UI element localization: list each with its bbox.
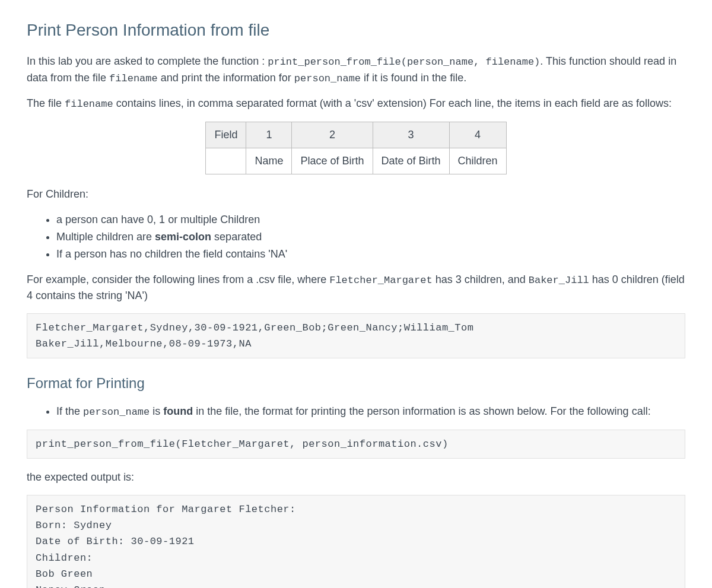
table-cell: Date of Birth	[373, 148, 449, 174]
table-cell: Field	[206, 122, 246, 148]
function-call-block: print_person_from_file(Fletcher_Margaret…	[27, 430, 685, 459]
person-name-code: person_name	[294, 73, 361, 84]
field-table: Field 1 2 3 4 Name Place of Birth Date o…	[205, 122, 506, 174]
list-item: a person can have 0, 1 or multiple Child…	[56, 212, 685, 228]
text: separated	[211, 231, 262, 243]
text: If the	[56, 405, 83, 417]
table-cell: Name	[246, 148, 292, 174]
page-title: Print Person Information from file	[27, 18, 685, 43]
text: if it is found in the file.	[361, 72, 466, 84]
text: For example, consider the following line…	[27, 274, 329, 285]
list-item: If the person_name is found in the file,…	[56, 403, 685, 420]
text: In this lab you are asked to complete th…	[27, 55, 268, 67]
table-cell: 4	[449, 122, 506, 148]
emphasis: found	[163, 405, 193, 417]
example-intro: For example, consider the following line…	[27, 272, 685, 304]
children-label: For Children:	[27, 186, 685, 202]
children-rules-list: a person can have 0, 1 or multiple Child…	[27, 212, 685, 262]
text: contains lines, in comma separated forma…	[113, 97, 672, 109]
expected-output-block: Person Information for Margaret Fletcher…	[27, 495, 685, 588]
table-cell: Children	[449, 148, 506, 174]
section-title-format: Format for Printing	[27, 373, 685, 394]
table-cell: Place of Birth	[292, 148, 373, 174]
emphasis: semi-colon	[155, 231, 211, 243]
format-rules-list: If the person_name is found in the file,…	[27, 403, 685, 420]
table-row: Field 1 2 3 4	[206, 122, 506, 148]
person-example-2: Baker_Jill	[529, 275, 589, 286]
text: Multiple children are	[56, 231, 155, 243]
expected-output-label: the expected output is:	[27, 469, 685, 485]
list-item: If a person has no children the field co…	[56, 246, 685, 262]
text: The file	[27, 97, 65, 109]
csv-example-block: Fletcher_Margaret,Sydney,30-09-1921,Gree…	[27, 313, 685, 358]
table-cell	[206, 148, 246, 174]
person-name-code: person_name	[83, 406, 150, 418]
list-item: Multiple children are semi-colon separat…	[56, 229, 685, 245]
intro-paragraph-2: The file filename contains lines, in com…	[27, 96, 685, 112]
function-signature: print_person_from_file(person_name, file…	[268, 56, 540, 68]
intro-paragraph-1: In this lab you are asked to complete th…	[27, 53, 685, 86]
filename-code: filename	[65, 98, 113, 110]
table-cell: 3	[373, 122, 449, 148]
table-cell: 1	[246, 122, 292, 148]
filename-code: filename	[109, 73, 158, 84]
text: in the file, the format for printing the…	[193, 405, 650, 417]
table-row: Name Place of Birth Date of Birth Childr…	[206, 148, 506, 174]
table-cell: 2	[292, 122, 373, 148]
text: and print the information for	[158, 72, 294, 84]
text: is	[150, 405, 163, 417]
text: has 3 children, and	[433, 274, 529, 285]
person-example-1: Fletcher_Margaret	[329, 275, 432, 286]
